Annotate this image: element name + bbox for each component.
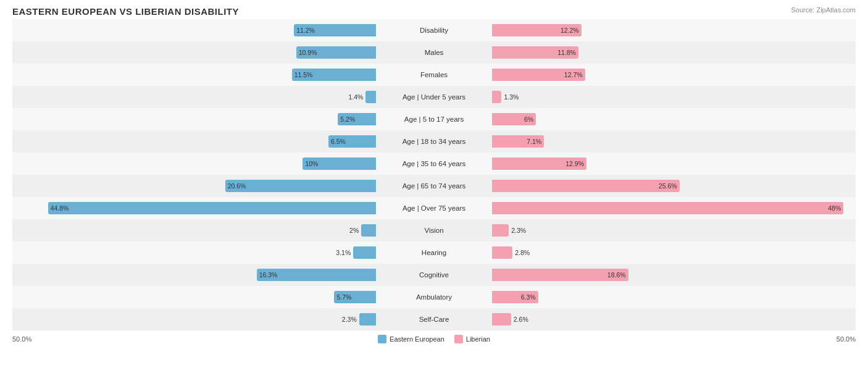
- legend-box-blue: [378, 335, 386, 343]
- table-row: 20.6% Age | 65 to 74 years 25.6%: [12, 175, 856, 197]
- bar-wrapper: 2% Vision 2.3%: [12, 222, 856, 239]
- bar-pink: 12.9%: [492, 158, 586, 170]
- left-value-label: 5.7%: [336, 293, 351, 301]
- bar-pink: 11.8%: [492, 46, 578, 59]
- right-value-label: 25.6%: [659, 182, 677, 190]
- left-value-label: 1.4%: [348, 93, 363, 101]
- bar-blue: 5.7%: [334, 291, 376, 303]
- right-scale: 50.0%: [837, 335, 856, 343]
- left-side: 5.2%: [12, 111, 378, 128]
- right-value-label: 12.2%: [561, 27, 579, 34]
- row-center-label: Males: [378, 49, 490, 56]
- row-center-label: Hearing: [378, 249, 490, 256]
- table-row: 5.2% Age | 5 to 17 years 6%: [12, 108, 856, 130]
- legend-label-liberian: Liberian: [466, 335, 490, 343]
- bar-blue: 10.9%: [296, 46, 376, 59]
- bar-blue: 16.3%: [257, 269, 376, 281]
- bar-wrapper: 11.5% Females 12.7%: [12, 66, 856, 83]
- bar-wrapper: 6.5% Age | 18 to 34 years 7.1%: [12, 133, 856, 150]
- right-value-label: 2.8%: [515, 249, 530, 256]
- right-value-label: 1.3%: [504, 93, 519, 101]
- right-value-label: 12.7%: [564, 71, 583, 78]
- bar-wrapper: 2.3% Self-Care 2.6%: [12, 311, 856, 328]
- row-center-label: Vision: [378, 227, 490, 234]
- chart-container: EASTERN EUROPEAN VS LIBERIAN DISABILITY …: [0, 0, 868, 378]
- left-side: 1.4%: [12, 88, 378, 106]
- left-side: 20.6%: [12, 177, 378, 195]
- left-side: 6.5%: [12, 133, 378, 150]
- right-side: 12.2%: [490, 22, 856, 39]
- bar-pink: 18.6%: [492, 269, 628, 281]
- right-side: 7.1%: [490, 133, 856, 150]
- left-value-label: 10.9%: [299, 49, 317, 56]
- bar-blue: [361, 224, 376, 237]
- chart-title: EASTERN EUROPEAN VS LIBERIAN DISABILITY: [12, 6, 856, 17]
- bar-pink: 25.6%: [492, 180, 680, 192]
- bar-pink: [492, 313, 511, 326]
- left-value-label: 2.3%: [342, 316, 357, 323]
- bar-pink: [492, 224, 509, 237]
- bar-blue: 5.2%: [338, 113, 376, 125]
- left-value-label: 16.3%: [259, 271, 278, 279]
- table-row: 5.7% Ambulatory 6.3%: [12, 286, 856, 308]
- row-center-label: Disability: [378, 27, 490, 34]
- bar-blue: 6.5%: [328, 135, 376, 148]
- right-value-label: 2.3%: [511, 227, 526, 234]
- row-center-label: Age | 5 to 17 years: [378, 116, 490, 123]
- right-value-label: 12.9%: [565, 160, 584, 167]
- right-side: 6%: [490, 111, 856, 128]
- legend-liberian: Liberian: [454, 335, 490, 343]
- table-row: 1.4% Age | Under 5 years 1.3%: [12, 86, 856, 108]
- bar-wrapper: 5.2% Age | 5 to 17 years 6%: [12, 111, 856, 128]
- row-center-label: Age | 65 to 74 years: [378, 182, 490, 190]
- left-value-label: 2%: [349, 227, 359, 234]
- left-side: 44.8%: [12, 200, 378, 217]
- left-side: 3.1%: [12, 244, 378, 261]
- legend-label-eastern-european: Eastern European: [390, 335, 444, 343]
- row-center-label: Age | Over 75 years: [378, 204, 490, 212]
- table-row: 16.3% Cognitive 18.6%: [12, 264, 856, 286]
- bar-blue: 20.6%: [225, 180, 376, 192]
- right-side: 1.3%: [490, 88, 856, 106]
- left-side: 16.3%: [12, 266, 378, 284]
- right-side: 2.8%: [490, 244, 856, 261]
- right-value-label: 11.8%: [557, 49, 576, 56]
- bar-wrapper: 5.7% Ambulatory 6.3%: [12, 288, 856, 306]
- right-value-label: 6.3%: [521, 293, 536, 301]
- bar-wrapper: 1.4% Age | Under 5 years 1.3%: [12, 88, 856, 106]
- left-side: 2%: [12, 222, 378, 239]
- left-value-label: 11.5%: [294, 71, 313, 78]
- bar-pink: [492, 246, 512, 259]
- row-center-label: Cognitive: [378, 271, 490, 279]
- bar-wrapper: 20.6% Age | 65 to 74 years 25.6%: [12, 177, 856, 195]
- left-value-label: 11.2%: [296, 27, 315, 34]
- table-row: 10.9% Males 11.8%: [12, 41, 856, 64]
- bar-wrapper: 11.2% Disability 12.2%: [12, 22, 856, 39]
- bar-pink: 6.3%: [492, 291, 538, 303]
- left-value-label: 3.1%: [336, 249, 351, 256]
- bar-blue: [365, 91, 376, 103]
- right-side: 48%: [490, 200, 856, 217]
- table-row: 6.5% Age | 18 to 34 years 7.1%: [12, 130, 856, 153]
- bar-blue: 11.2%: [294, 24, 376, 36]
- legend-box-pink: [454, 335, 463, 343]
- left-value-label: 44.8%: [51, 204, 69, 212]
- chart-footer: 50.0% Eastern European Liberian 50.0%: [12, 332, 856, 346]
- left-side: 5.7%: [12, 288, 378, 306]
- left-side: 10%: [12, 155, 378, 172]
- right-side: 18.6%: [490, 266, 856, 284]
- bar-blue: 10%: [303, 158, 376, 170]
- bar-pink: 7.1%: [492, 135, 544, 148]
- row-center-label: Age | Under 5 years: [378, 93, 490, 101]
- bar-blue: 44.8%: [48, 202, 376, 214]
- row-center-label: Age | 18 to 34 years: [378, 138, 490, 145]
- bar-blue: [353, 246, 376, 259]
- right-value-label: 6%: [524, 116, 533, 123]
- left-value-label: 6.5%: [331, 138, 346, 145]
- left-side: 11.5%: [12, 66, 378, 83]
- row-center-label: Females: [378, 71, 490, 78]
- bar-pink: [492, 91, 501, 103]
- table-row: 10% Age | 35 to 64 years 12.9%: [12, 153, 856, 175]
- left-side: 2.3%: [12, 311, 378, 328]
- table-row: 44.8% Age | Over 75 years 48%: [12, 197, 856, 219]
